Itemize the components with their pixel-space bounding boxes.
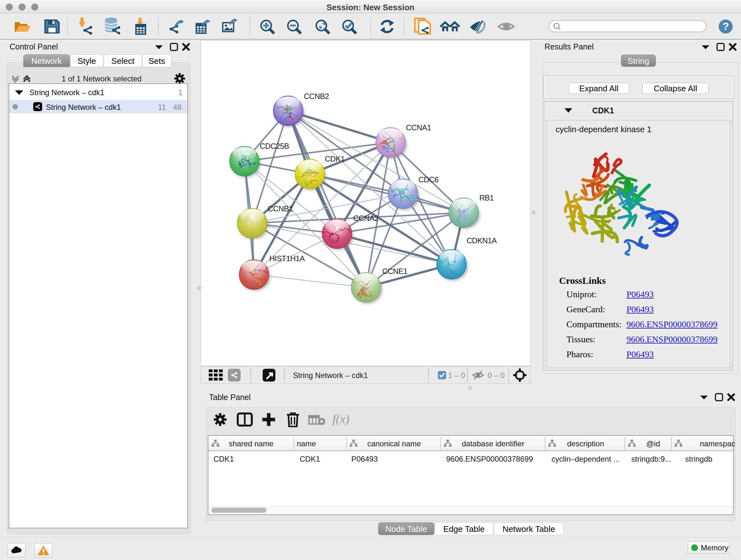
svg-text:CDK1: CDK1 [325, 154, 345, 163]
svg-text:CCNA2: CCNA2 [353, 214, 379, 223]
svg-text:CCNB2: CCNB2 [304, 92, 329, 101]
svg-text:CDC6: CDC6 [418, 175, 439, 184]
svg-text:RB1: RB1 [479, 193, 494, 202]
svg-text:HIST1H1A: HIST1H1A [269, 254, 305, 263]
svg-text:CDC25B: CDC25B [260, 142, 289, 150]
svg-text:CCNA1: CCNA1 [406, 123, 431, 132]
svg-text:CDKN1A: CDKN1A [467, 236, 497, 245]
svg-text:CCNB1: CCNB1 [268, 204, 293, 213]
svg-text:CCNE1: CCNE1 [382, 267, 408, 275]
